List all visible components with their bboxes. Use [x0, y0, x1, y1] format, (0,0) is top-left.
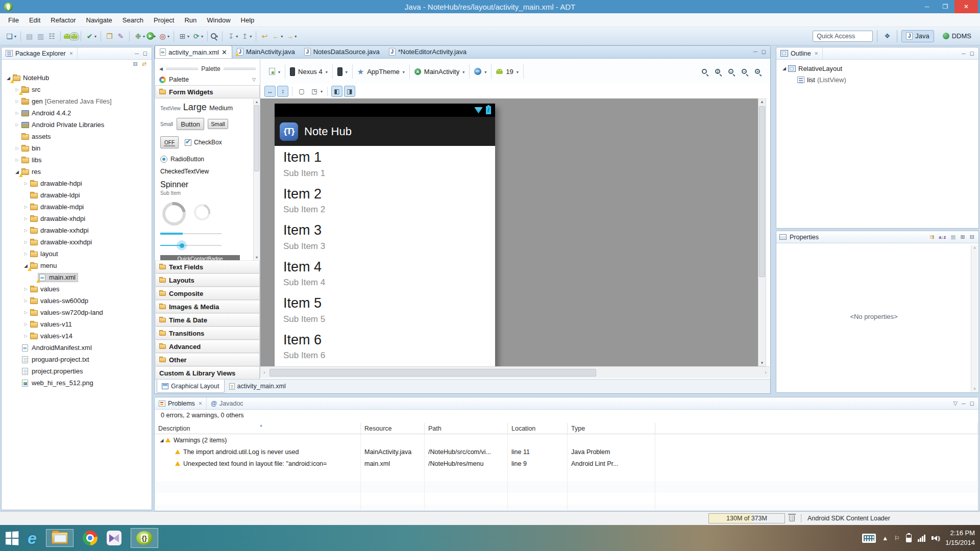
list-item-item-5[interactable]: Item 5Sub Item 5 [283, 296, 490, 324]
widget-progressbar-horizontal[interactable] [160, 233, 253, 235]
outline-item-list[interactable]: list(ListView) [776, 74, 978, 85]
toggle-fill-height-icon[interactable]: ↕ [277, 86, 288, 97]
palette-category-text-fields[interactable]: Text Fields [155, 260, 260, 273]
tree-item-values-sw600dp[interactable]: ▷values-sw600dp [2, 295, 151, 307]
twistie-icon[interactable]: ◢ [158, 438, 165, 443]
wrap-in-container-icon[interactable]: ◧ [331, 86, 342, 97]
canvas-vertical-scrollbar[interactable]: ▲ ▼ [758, 98, 766, 366]
run-garbage-collector-icon[interactable] [789, 515, 795, 521]
widget-togglebutton[interactable]: OFF [160, 136, 179, 148]
tree-item-values[interactable]: ▷values [2, 283, 151, 295]
internet-explorer-icon[interactable]: e [28, 530, 37, 546]
widget-textview-small[interactable]: Small [160, 121, 173, 127]
zoom-out-icon[interactable]: − [739, 66, 749, 77]
editor-tab-activity-main-xml[interactable]: activity_main.xml✕ [155, 45, 232, 58]
widget-textview[interactable]: TextView [160, 106, 181, 111]
dropdown-caret-icon[interactable]: ▾ [278, 69, 280, 74]
tab-outline[interactable]: Outline ✕ [776, 47, 823, 59]
column-header-description[interactable]: Description▲ [155, 423, 361, 434]
power-icon[interactable] [906, 534, 912, 542]
scrollbar-thumb[interactable] [270, 369, 596, 377]
zoom-original-icon[interactable]: 1 [713, 66, 723, 77]
scrollbar-thumb[interactable] [254, 105, 259, 171]
debug-icon[interactable]: ❉ [133, 31, 143, 42]
minimize-window-icon[interactable]: ─ [918, 0, 936, 13]
file-explorer-button[interactable] [46, 529, 74, 547]
scrollbar-thumb[interactable] [759, 106, 765, 277]
close-view-icon[interactable]: ✕ [199, 401, 203, 406]
twistie-icon[interactable]: ▷ [22, 322, 30, 327]
sort-alphabetically-icon[interactable]: a↓z [939, 235, 946, 240]
tree-item-gen[interactable]: ▷gen[Generated Java Files] [2, 95, 151, 107]
list-item-item-6[interactable]: Item 6Sub Item 6 [283, 333, 490, 361]
widget-button[interactable]: Button [177, 118, 204, 130]
twistie-icon[interactable]: ▷ [13, 146, 21, 151]
print-icon[interactable]: ☷ [46, 31, 57, 42]
column-header-location[interactable]: Location [508, 423, 568, 434]
tree-item-android-private-libraries[interactable]: ▷Android Private Libraries [2, 119, 151, 131]
dropdown-caret-icon[interactable]: ▾ [484, 69, 486, 74]
quick-access-input[interactable]: Quick Access [813, 31, 873, 42]
show-advanced-icon[interactable]: ▦ [950, 234, 955, 240]
last-edit-location-icon[interactable]: ↩ [259, 31, 270, 42]
perspective-ddms-button[interactable]: DDMS [938, 30, 976, 42]
zoom-fit-icon[interactable] [699, 66, 709, 77]
twistie-icon[interactable]: ▷ [22, 216, 30, 221]
twistie-icon[interactable]: ▷ [13, 111, 21, 115]
zoom-selection-icon[interactable]: ▪ [726, 66, 736, 77]
minimize-editor-icon[interactable]: ─ [753, 48, 757, 55]
tree-item-values-sw720dp-land[interactable]: ▷values-sw720dp-land [2, 307, 151, 318]
action-center-flag-icon[interactable]: ⚐ [894, 535, 900, 542]
save-icon[interactable]: ▤ [24, 31, 35, 42]
zoom-in-icon[interactable]: + [752, 66, 763, 77]
dropdown-caret-icon[interactable]: ▾ [346, 69, 348, 74]
taskbar-clock[interactable]: 2:16 PM 1/15/2014 [945, 529, 975, 547]
palette-category-images-media[interactable]: Images & Media [155, 300, 260, 313]
widget-progressbar-small[interactable] [191, 201, 213, 223]
palette-category-other[interactable]: Other [155, 353, 260, 366]
run-icon[interactable]: ▶ [146, 32, 154, 40]
palette-category-form-widgets[interactable]: Form Widgets [155, 85, 260, 98]
android-virtual-device-manager-icon[interactable] [71, 34, 78, 39]
widget-progressbar-large[interactable] [158, 197, 190, 230]
tree-item-notehub[interactable]: ◢NoteHub [2, 72, 151, 84]
list-item-item-2[interactable]: Item 2Sub Item 2 [283, 187, 490, 215]
widget-spinner[interactable]: Spinner Sub Item [160, 180, 253, 196]
tree-item-main-xml[interactable]: main.xml [2, 271, 151, 283]
outline-item-relativelayout[interactable]: ◢RelativeLayout [776, 63, 978, 74]
maximize-view-icon[interactable]: ◻ [143, 50, 148, 57]
java-search-icon[interactable] [211, 33, 216, 39]
widget-radiobutton[interactable]: RadioButton [160, 156, 253, 163]
tree-item-values-v14[interactable]: ▷values-v14 [2, 330, 151, 342]
tree-item-androidmanifest-xml[interactable]: AndroidManifest.xml [2, 342, 151, 354]
config-nexus-4[interactable]: Nexus 4▾ [285, 64, 333, 79]
forward-icon[interactable]: → [284, 31, 295, 42]
palette-category-advanced[interactable]: Advanced [155, 340, 260, 353]
lint-check-menu-caret[interactable]: ▾ [94, 33, 96, 39]
palette-category-layouts[interactable]: Layouts [155, 273, 260, 287]
toggle-outline-icon[interactable]: ▢ [296, 86, 307, 97]
menu-file[interactable]: File [3, 13, 24, 27]
problem-row-mainactivity-java[interactable]: The import android.util.Log is never use… [155, 446, 978, 458]
tree-item-drawable-mdpi[interactable]: ▷drawable-mdpi [2, 201, 151, 213]
twistie-icon[interactable]: ▷ [22, 205, 30, 209]
menu-refactor[interactable]: Refactor [45, 13, 81, 27]
pin-to-selection-icon[interactable]: ⇉ [929, 234, 934, 240]
close-tab-icon[interactable]: ✕ [222, 48, 227, 56]
widget-checkedtextview[interactable]: CheckedTextView [160, 168, 253, 175]
menu-search[interactable]: Search [117, 13, 149, 27]
config-orientation[interactable]: ▾ [333, 64, 353, 79]
network-icon[interactable] [918, 534, 925, 542]
chrome-icon[interactable] [83, 531, 97, 545]
menu-navigate[interactable]: Navigate [81, 13, 117, 27]
expand-to-fit-menu-caret[interactable]: ▾ [321, 88, 323, 94]
layout-canvas[interactable]: {T} Note Hub Item 1Sub Item 1Item 2Sub I… [260, 98, 760, 366]
close-view-icon[interactable]: ✕ [69, 51, 74, 56]
problems-group-row[interactable]: ◢Warnings (2 items) [155, 434, 978, 446]
twistie-icon[interactable]: ▷ [22, 287, 30, 291]
tab-problems[interactable]: Problems ✕ [155, 397, 207, 409]
minimize-view-icon[interactable]: ─ [962, 400, 966, 407]
collapse-all-icon[interactable]: ⊟ [133, 61, 138, 70]
new-wizard-menu-caret[interactable]: ▾ [14, 33, 16, 39]
show-hidden-icons[interactable]: ▲ [882, 535, 888, 542]
